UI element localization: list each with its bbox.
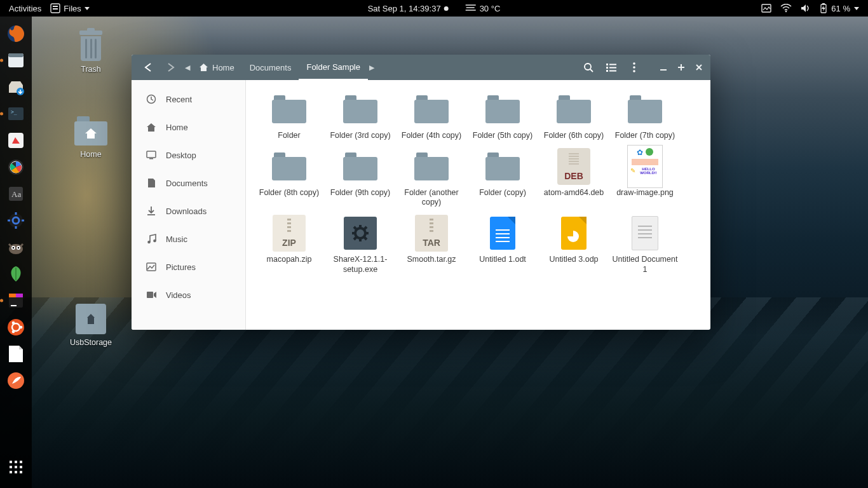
view-list-button[interactable] bbox=[601, 57, 621, 78]
sidebar-item-home[interactable]: Home bbox=[132, 113, 245, 141]
file-item-folder[interactable]: Folder (3rd copy) bbox=[323, 89, 397, 144]
svg-marker-85 bbox=[154, 292, 156, 298]
screenshot-tray-icon[interactable] bbox=[761, 4, 771, 13]
dock-libreoffice[interactable] bbox=[4, 342, 28, 366]
svg-rect-77 bbox=[147, 151, 156, 158]
sidebar-item-downloads[interactable]: Downloads bbox=[132, 197, 245, 225]
chevron-right-icon[interactable]: ▶ bbox=[368, 64, 376, 72]
file-item-image[interactable]: ✿✎HELLO WORLD!!draw-image.png bbox=[608, 146, 682, 210]
window-minimize-button[interactable] bbox=[656, 60, 671, 75]
dock-midori[interactable] bbox=[4, 262, 28, 286]
svg-point-42 bbox=[12, 330, 15, 334]
activities-button[interactable]: Activities bbox=[9, 4, 41, 13]
path-segment-documents[interactable]: Documents bbox=[242, 55, 299, 80]
volume-icon[interactable] bbox=[801, 4, 811, 13]
file-item-folder[interactable]: Folder (8th copy) bbox=[252, 146, 326, 210]
tar-badge: TAR bbox=[423, 238, 440, 248]
folder-icon bbox=[414, 152, 449, 180]
file-label: macopah.zip bbox=[267, 255, 312, 265]
app-menu[interactable]: Files bbox=[50, 3, 89, 13]
desktop-icon-usb[interactable]: UsbStorage bbox=[62, 302, 119, 347]
video-icon bbox=[146, 291, 157, 299]
file-item-folder[interactable]: Folder bbox=[252, 89, 326, 144]
dock-flatsweep[interactable] bbox=[4, 128, 28, 152]
dock-ubuntu-logo[interactable] bbox=[4, 315, 28, 339]
search-button[interactable] bbox=[578, 57, 599, 78]
text-document-icon bbox=[632, 216, 658, 250]
file-manager-icon-view[interactable]: Folder Folder (3rd copy) Folder (4th cop… bbox=[246, 80, 710, 330]
file-label: Folder (5th copy) bbox=[473, 131, 532, 141]
trash-icon bbox=[77, 30, 105, 61]
folder-icon bbox=[557, 95, 591, 123]
file-item-exe[interactable]: ShareX-12.1.1-setup.exe bbox=[323, 213, 397, 277]
desktop-icon-home[interactable]: Home bbox=[62, 114, 119, 159]
file-item-folder[interactable]: Folder (9th copy) bbox=[323, 146, 397, 210]
svg-marker-58 bbox=[200, 64, 208, 71]
file-item-folder[interactable]: Folder (4th copy) bbox=[395, 89, 468, 144]
dock-postman[interactable] bbox=[4, 369, 28, 393]
desktop-icon-trash[interactable]: Trash bbox=[62, 29, 119, 74]
svg-line-93 bbox=[364, 227, 367, 229]
window-maximize-button[interactable] bbox=[674, 60, 689, 75]
sidebar-item-desktop[interactable]: Desktop bbox=[132, 141, 245, 169]
file-item-folder[interactable]: Folder (another copy) bbox=[395, 146, 468, 210]
dock-app-grid[interactable] bbox=[4, 455, 28, 479]
file-item-odt[interactable]: Untitled 1.odt bbox=[466, 213, 539, 277]
file-label: Folder (9th copy) bbox=[330, 188, 390, 198]
clock-label: Sat Sep 1, 14:39:37 bbox=[368, 4, 441, 13]
file-item-folder[interactable]: Folder (6th copy) bbox=[537, 89, 611, 144]
file-item-text[interactable]: Untitled Document 1 bbox=[608, 213, 682, 277]
svg-rect-51 bbox=[20, 466, 22, 468]
battery-percent-label: 61 % bbox=[831, 4, 850, 13]
folder-icon bbox=[343, 152, 377, 180]
chevron-left-icon[interactable]: ◀ bbox=[184, 64, 191, 72]
file-item-zip[interactable]: ZIPmacopah.zip bbox=[252, 213, 326, 277]
dock-firefox[interactable] bbox=[4, 22, 28, 46]
dock-fonts[interactable]: Aa bbox=[4, 182, 28, 206]
path-label: Home bbox=[212, 63, 234, 72]
file-label: Folder (7th copy) bbox=[615, 131, 675, 141]
svg-rect-35 bbox=[9, 294, 16, 297]
wifi-icon[interactable] bbox=[780, 4, 792, 13]
sidebar-item-documents[interactable]: Documents bbox=[132, 169, 245, 197]
window-close-button[interactable] bbox=[691, 60, 707, 75]
file-item-folder[interactable]: Folder (7th copy) bbox=[608, 89, 682, 144]
dock-software[interactable] bbox=[4, 75, 28, 99]
file-item-odp[interactable]: Untitled 3.odp bbox=[537, 213, 611, 277]
path-segment-home[interactable]: Home bbox=[191, 55, 242, 80]
file-item-deb[interactable]: DEBatom-amd64.deb bbox=[537, 146, 611, 210]
dock-gimp[interactable] bbox=[4, 235, 28, 259]
dock-terminal[interactable]: >_ bbox=[4, 102, 28, 126]
file-item-folder[interactable]: Folder (5th copy) bbox=[466, 89, 539, 144]
path-segment-current[interactable]: Folder Sample bbox=[299, 55, 368, 80]
dock-shutter[interactable] bbox=[4, 155, 28, 179]
file-manager-headerbar: ◀ Home Documents Folder Sample ▶ bbox=[132, 55, 710, 80]
file-label: Untitled 3.odp bbox=[549, 255, 598, 265]
sidebar-item-videos[interactable]: Videos bbox=[132, 281, 245, 309]
usb-drive-icon bbox=[76, 304, 106, 334]
sidebar-label: Recent bbox=[166, 95, 192, 104]
svg-text:>_: >_ bbox=[11, 109, 17, 115]
nav-back-button[interactable] bbox=[138, 57, 158, 78]
sidebar-item-music[interactable]: Music bbox=[132, 225, 245, 253]
dock-intellij[interactable] bbox=[4, 288, 28, 313]
sidebar-item-pictures[interactable]: Pictures bbox=[132, 253, 245, 281]
weather-indicator[interactable]: 30 °C bbox=[465, 4, 501, 13]
battery-indicator[interactable]: 61 % bbox=[820, 3, 859, 13]
file-item-tar[interactable]: TARSmooth.tar.gz bbox=[395, 213, 468, 277]
dock-files[interactable] bbox=[4, 48, 28, 72]
file-label: Untitled Document 1 bbox=[611, 255, 679, 274]
svg-rect-66 bbox=[609, 71, 616, 72]
nav-forward-button[interactable] bbox=[161, 57, 181, 78]
file-item-folder[interactable]: Folder (copy) bbox=[466, 146, 539, 210]
clock[interactable]: Sat Sep 1, 14:39:37 bbox=[368, 4, 449, 13]
file-label: Folder (8th copy) bbox=[259, 188, 319, 198]
path-label: Folder Sample bbox=[306, 62, 360, 72]
svg-line-91 bbox=[354, 227, 356, 229]
dock-settings[interactable] bbox=[4, 208, 28, 233]
svg-line-94 bbox=[354, 237, 356, 240]
svg-rect-50 bbox=[15, 466, 17, 468]
hamburger-menu-button[interactable] bbox=[624, 57, 644, 78]
sidebar-item-recent[interactable]: Recent bbox=[132, 85, 245, 113]
sidebar-label: Documents bbox=[166, 179, 208, 188]
